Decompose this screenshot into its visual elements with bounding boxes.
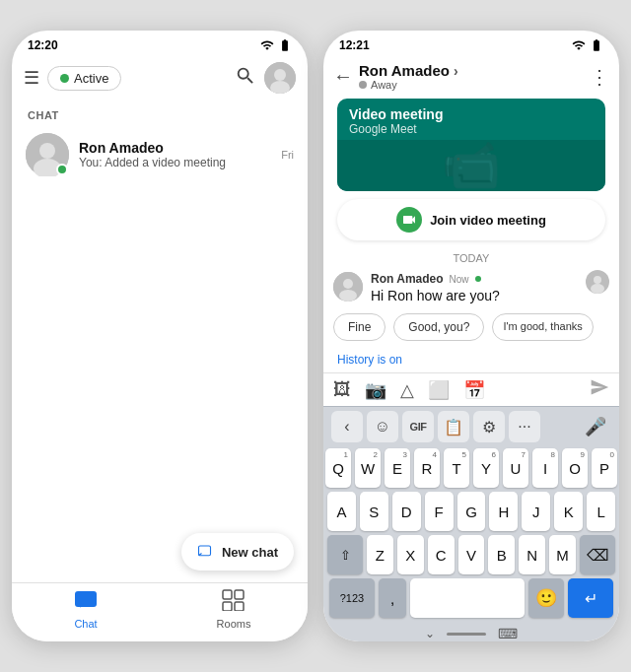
menu-icon[interactable]: ☰ xyxy=(24,67,39,89)
user-avatar-left[interactable] xyxy=(264,62,296,94)
num-key[interactable]: ?123 xyxy=(329,578,375,618)
nav-item-chat[interactable]: Chat xyxy=(12,589,160,630)
time-left: 12:20 xyxy=(28,38,58,52)
key-j[interactable]: J xyxy=(522,492,550,531)
svg-rect-8 xyxy=(223,590,232,599)
contact-status: Away xyxy=(359,79,584,91)
keyboard-row-4: ?123 , 🙂 ↵ xyxy=(327,578,615,618)
message-body: Ron Amadeo Now Hi Ron how are you? xyxy=(371,272,609,303)
keyboard-row-2: A S D F G H J K L xyxy=(327,492,615,531)
keyboard-more-button[interactable]: ··· xyxy=(509,411,540,442)
nav-item-rooms[interactable]: Rooms xyxy=(160,589,308,630)
key-l[interactable]: L xyxy=(587,492,615,531)
more-options-button[interactable]: ⋮ xyxy=(590,65,609,89)
svg-point-17 xyxy=(591,284,604,294)
key-x[interactable]: X xyxy=(397,535,424,574)
key-t[interactable]: T5 xyxy=(444,448,469,488)
key-o[interactable]: O9 xyxy=(562,448,588,488)
status-icons-left xyxy=(260,38,292,52)
video-card-header: Video meeting Google Meet xyxy=(337,99,605,140)
time-right: 12:21 xyxy=(339,38,370,52)
chat-nav-label: Chat xyxy=(74,618,97,630)
key-k[interactable]: K xyxy=(554,492,583,531)
key-i[interactable]: I8 xyxy=(532,448,558,488)
key-c[interactable]: C xyxy=(428,535,455,574)
key-n[interactable]: N xyxy=(519,535,545,574)
chat-name: Ron Amadeo xyxy=(79,140,271,156)
key-r[interactable]: R4 xyxy=(414,448,440,488)
smart-reply-2[interactable]: I'm good, thanks xyxy=(492,313,593,341)
key-h[interactable]: H xyxy=(489,492,518,531)
online-indicator xyxy=(60,74,69,83)
new-chat-fab[interactable]: New chat xyxy=(181,533,294,571)
video-meeting-card: Video meeting Google Meet 📹 xyxy=(337,99,605,191)
send-button[interactable] xyxy=(590,377,609,402)
active-pill[interactable]: Active xyxy=(47,66,121,91)
wifi-icon-left xyxy=(260,38,274,52)
current-user-avatar xyxy=(586,270,609,298)
key-y[interactable]: Y6 xyxy=(473,448,499,488)
key-p[interactable]: P0 xyxy=(592,448,617,488)
join-meeting-button[interactable]: Join video meeting xyxy=(337,199,605,240)
clipboard-button[interactable]: 📋 xyxy=(438,411,469,442)
smart-reply-1[interactable]: Good, you? xyxy=(393,313,484,341)
message-avatar xyxy=(333,272,363,302)
bottom-nav-left: Chat Rooms xyxy=(12,582,308,641)
smart-reply-0[interactable]: Fine xyxy=(333,313,386,341)
key-b[interactable]: B xyxy=(488,535,515,574)
left-phone: 12:20 ☰ Active CHAT xyxy=(12,31,308,641)
keyboard-type-icon[interactable]: ⌨ xyxy=(498,626,518,641)
key-m[interactable]: M xyxy=(549,535,576,574)
message-meta: Ron Amadeo Now xyxy=(371,272,609,286)
keyboard-zxcvbnm: Z X C V B N M xyxy=(367,535,576,574)
keyboard-toolbar: ‹ ☺ GIF 📋 ⚙ ··· 🎤 xyxy=(323,407,619,446)
chat-list-item[interactable]: Ron Amadeo You: Added a video meeting Fr… xyxy=(12,125,308,184)
back-button[interactable]: ← xyxy=(333,65,353,88)
return-key[interactable]: ↵ xyxy=(568,578,613,618)
gif-button[interactable]: GIF xyxy=(402,411,434,442)
shift-key[interactable]: ⇧ xyxy=(327,535,363,574)
right-phone: 12:21 ← Ron Amadeo › Away ⋮ Video meetin… xyxy=(323,31,619,641)
key-w[interactable]: W2 xyxy=(355,448,381,488)
search-icon[interactable] xyxy=(235,65,256,92)
chat-section-label: CHAT xyxy=(12,101,308,125)
key-u[interactable]: U7 xyxy=(503,448,528,488)
microphone-button[interactable]: 🎤 xyxy=(580,411,611,442)
chat-avatar-wrap xyxy=(26,133,69,176)
key-s[interactable]: S xyxy=(360,492,388,531)
message-toolbar: 🖼 📷 △ ⬜ 📅 xyxy=(323,372,619,406)
video-icon[interactable]: ⬜ xyxy=(428,379,450,401)
video-card-title: Video meeting xyxy=(349,106,594,122)
keyboard-settings-button[interactable]: ⚙ xyxy=(473,411,505,442)
image-attach-icon[interactable]: 🖼 xyxy=(333,379,351,400)
key-z[interactable]: Z xyxy=(367,535,393,574)
left-header: ☰ Active xyxy=(12,56,308,101)
emoji-keyboard-button[interactable]: ☺ xyxy=(367,411,398,442)
key-d[interactable]: D xyxy=(392,492,421,531)
message-sender: Ron Amadeo xyxy=(371,272,444,286)
message-text: Hi Ron how are you? xyxy=(371,288,609,303)
space-key[interactable] xyxy=(410,578,525,618)
keyboard-back-button[interactable]: ‹ xyxy=(331,411,363,442)
expand-keyboard-icon[interactable]: ⌄ xyxy=(425,627,435,640)
contact-name: Ron Amadeo › xyxy=(359,62,584,79)
meet-icon xyxy=(396,207,422,233)
keyboard-row-3: ⇧ Z X C V B N M ⌫ xyxy=(327,535,615,574)
key-e[interactable]: E3 xyxy=(385,448,410,488)
sticker-icon[interactable]: △ xyxy=(400,379,414,401)
right-header: ← Ron Amadeo › Away ⋮ xyxy=(323,56,619,99)
svg-point-13 xyxy=(343,279,353,289)
key-f[interactable]: F xyxy=(425,492,454,531)
key-g[interactable]: G xyxy=(457,492,486,531)
backspace-key[interactable]: ⌫ xyxy=(580,535,615,574)
emoji-key[interactable]: 🙂 xyxy=(528,578,564,618)
key-v[interactable]: V xyxy=(458,535,485,574)
calendar-icon[interactable]: 📅 xyxy=(463,379,485,401)
comma-key[interactable]: , xyxy=(379,578,406,618)
key-q[interactable]: Q1 xyxy=(325,448,351,488)
keyboard-area: ‹ ☺ GIF 📋 ⚙ ··· 🎤 Q1 W2 E3 R4 T5 Y6 U7 I… xyxy=(323,406,619,641)
key-a[interactable]: A xyxy=(327,492,356,531)
status-bar-left: 12:20 xyxy=(12,31,308,56)
camera-icon[interactable]: 📷 xyxy=(365,379,386,401)
svg-point-14 xyxy=(339,290,357,302)
